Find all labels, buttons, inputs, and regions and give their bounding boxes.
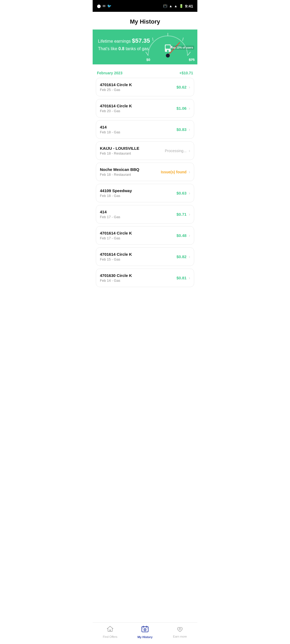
transaction-date: Feb 17 - Gas — [100, 215, 176, 219]
top-users-label: Top 10% of users — [170, 46, 194, 50]
chevron-right-icon: › — [189, 106, 190, 111]
transaction-right: $0.62 › — [176, 85, 190, 90]
transaction-item[interactable]: 4701614 Circle K Feb 17 - Gas $0.48 › — [96, 226, 194, 245]
chevron-right-icon: › — [189, 233, 190, 238]
transaction-right: Issue(s) found › — [161, 170, 190, 174]
transaction-right: $0.82 › — [176, 254, 190, 259]
earnings-banner: Lifetime earnings $57.35 That's like 0.8… — [93, 30, 197, 64]
page-title: My History — [93, 12, 197, 30]
chevron-right-icon: › — [189, 148, 190, 153]
transaction-name: 414 — [100, 125, 176, 129]
transaction-amount: $0.83 — [176, 127, 187, 132]
transaction-item[interactable]: KAIJU - LOUISVILLE Feb 18 - Restaurant P… — [96, 141, 194, 160]
transaction-date: Feb 18 - Gas — [100, 194, 176, 198]
status-left-icons: ⬤ ✉ 🐦 — [97, 4, 111, 8]
transaction-name: 414 — [100, 210, 176, 214]
transaction-amount: $1.06 — [176, 106, 187, 111]
transaction-date: Feb 18 - Restaurant — [100, 151, 165, 155]
svg-line-0 — [146, 52, 148, 56]
transaction-info: 44109 Speedway Feb 18 - Gas — [100, 188, 176, 198]
notification-icon: ⬤ — [97, 4, 101, 8]
svg-rect-6 — [166, 45, 170, 49]
transaction-amount: $0.62 — [176, 85, 187, 89]
tanks-label: That's like — [98, 46, 118, 51]
transaction-right: $1.06 › — [176, 106, 190, 111]
month-label: February 2023 — [97, 71, 122, 75]
svg-rect-8 — [167, 50, 169, 52]
svg-line-1 — [153, 38, 153, 41]
transaction-name: 4701614 Circle K — [100, 82, 176, 87]
transaction-item[interactable]: 4701614 Circle K Feb 25 - Gas $0.62 › — [96, 78, 194, 96]
app-icon: 🐦 — [107, 4, 111, 8]
status-right-icons: 📳 ▲ ▲ 🔋 9:41 — [163, 4, 193, 8]
transaction-name: 44109 Speedway — [100, 188, 176, 193]
gauge-container: $0 $75 Top 10% of users — [141, 32, 195, 62]
transaction-item[interactable]: 44109 Speedway Feb 18 - Gas $0.63 › — [96, 184, 194, 202]
transaction-item[interactable]: 414 Feb 17 - Gas $0.71 › — [96, 205, 194, 224]
svg-line-3 — [183, 38, 183, 41]
transaction-info: KAIJU - LOUISVILLE Feb 18 - Restaurant — [100, 146, 165, 155]
transaction-info: Noche Mexican BBQ Feb 18 - Restaurant — [100, 167, 161, 177]
wifi-icon: ▲ — [169, 4, 172, 8]
transaction-date: Feb 18 - Restaurant — [100, 173, 161, 177]
transaction-info: 4701630 Circle K Feb 14 - Gas — [100, 273, 176, 283]
chevron-right-icon: › — [189, 254, 190, 259]
transaction-name: 4701614 Circle K — [100, 231, 176, 235]
transaction-amount: $0.63 — [176, 191, 187, 195]
transaction-date: Feb 17 - Gas — [100, 236, 176, 240]
transaction-name: 4701614 Circle K — [100, 252, 176, 257]
chevron-right-icon: › — [189, 170, 190, 174]
transaction-right: $0.63 › — [176, 191, 190, 196]
transaction-right: Processing... › — [165, 148, 190, 153]
lifetime-label: Lifetime earnings — [98, 39, 132, 43]
chevron-right-icon: › — [189, 127, 190, 132]
transaction-item[interactable]: 414 Feb 18 - Gas $0.83 › — [96, 120, 194, 139]
transaction-name: KAIJU - LOUISVILLE — [100, 146, 165, 151]
transaction-info: 4701614 Circle K Feb 25 - Gas — [100, 82, 176, 92]
transaction-item[interactable]: 4701614 Circle K Feb 15 - Gas $0.82 › — [96, 247, 194, 266]
transaction-info: 414 Feb 18 - Gas — [100, 125, 176, 134]
transaction-info: 4701614 Circle K Feb 20 - Gas — [100, 104, 176, 113]
transaction-list: 4701614 Circle K Feb 25 - Gas $0.62 › 47… — [93, 78, 197, 287]
month-total: +$10.71 — [179, 71, 193, 75]
svg-point-10 — [166, 54, 170, 58]
transaction-name: 4701630 Circle K — [100, 273, 176, 278]
vibrate-icon: 📳 — [163, 4, 167, 8]
transaction-item[interactable]: Noche Mexican BBQ Feb 18 - Restaurant Is… — [96, 163, 194, 181]
transaction-amount: $0.81 — [176, 276, 187, 280]
svg-line-4 — [187, 52, 190, 56]
transaction-date: Feb 18 - Gas — [100, 130, 176, 134]
transaction-date: Feb 14 - Gas — [100, 279, 176, 283]
chevron-right-icon: › — [189, 85, 190, 90]
transaction-info: 4701614 Circle K Feb 15 - Gas — [100, 252, 176, 261]
gauge-max-label: $75 — [189, 58, 195, 62]
transaction-amount: Issue(s) found — [161, 170, 187, 174]
transaction-amount: $0.82 — [176, 254, 187, 259]
transaction-amount: $0.48 — [176, 233, 187, 238]
transaction-info: 414 Feb 17 - Gas — [100, 210, 176, 219]
month-header: February 2023 +$10.71 — [93, 70, 197, 78]
transaction-date: Feb 15 - Gas — [100, 257, 176, 261]
tanks-amount: 0.8 — [118, 46, 124, 51]
transaction-date: Feb 20 - Gas — [100, 109, 176, 113]
chevron-right-icon: › — [189, 212, 190, 217]
gauge-min-label: $0 — [146, 58, 150, 62]
status-bar: ⬤ ✉ 🐦 📳 ▲ ▲ 🔋 9:41 — [93, 0, 197, 12]
chevron-right-icon: › — [189, 276, 190, 280]
transaction-name: 4701614 Circle K — [100, 104, 176, 108]
transaction-date: Feb 25 - Gas — [100, 88, 176, 92]
transaction-right: $0.71 › — [176, 212, 190, 217]
transaction-amount: Processing... — [165, 149, 187, 153]
transaction-right: $0.81 › — [176, 276, 190, 280]
chevron-right-icon: › — [189, 191, 190, 196]
transaction-item[interactable]: 4701630 Circle K Feb 14 - Gas $0.81 › — [96, 269, 194, 287]
transaction-right: $0.83 › — [176, 127, 190, 132]
status-time: 9:41 — [185, 4, 193, 8]
battery-icon: 🔋 — [179, 4, 183, 8]
transaction-amount: $0.71 — [176, 212, 187, 217]
mail-icon: ✉ — [103, 4, 106, 8]
transaction-name: Noche Mexican BBQ — [100, 167, 161, 172]
transaction-right: $0.48 › — [176, 233, 190, 238]
signal-icon: ▲ — [174, 4, 177, 8]
transaction-item[interactable]: 4701614 Circle K Feb 20 - Gas $1.06 › — [96, 99, 194, 118]
